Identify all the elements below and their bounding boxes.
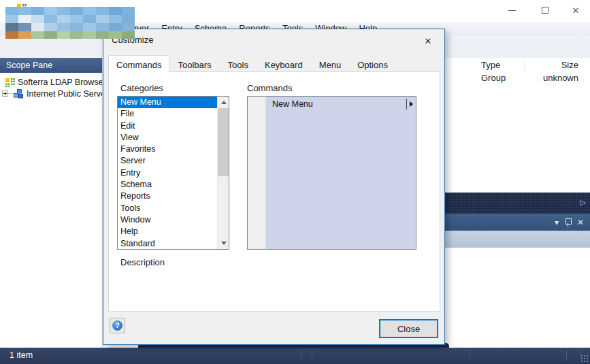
server-cubes-icon <box>14 89 24 99</box>
category-item[interactable]: Tools <box>118 203 218 214</box>
column-divider[interactable] <box>524 59 525 71</box>
tab-commands[interactable]: Commands <box>108 55 169 74</box>
scroll-up-icon[interactable] <box>218 97 229 108</box>
minimize-icon <box>508 10 516 11</box>
collapsed-toolbar-strip: ▷ <box>444 193 590 214</box>
status-separator <box>301 350 301 361</box>
category-item[interactable]: New Menu <box>118 97 218 108</box>
command-item[interactable]: New Menu <box>266 97 416 112</box>
scroll-down-icon[interactable] <box>218 237 229 249</box>
category-item[interactable]: Window <box>118 214 218 226</box>
category-item[interactable]: Server <box>118 155 218 167</box>
minimize-button[interactable] <box>500 2 523 18</box>
pin-icon[interactable] <box>565 218 571 227</box>
categories-label: Categories <box>120 83 163 93</box>
listview-header: Type Size <box>444 59 590 72</box>
help-button[interactable]: ? <box>110 318 125 333</box>
command-item-label: New Menu <box>272 99 313 109</box>
category-item[interactable]: Favorites <box>118 144 218 155</box>
table-row[interactable]: Group unknown <box>444 73 590 84</box>
category-item[interactable]: Entry <box>118 167 218 179</box>
status-separator <box>566 350 567 361</box>
scrollbar-thumb[interactable] <box>218 108 229 176</box>
panel-header: ▾ ✕ <box>444 214 590 231</box>
categories-listbox: New Menu File Edit View Favorites Server… <box>117 96 229 250</box>
panel-content <box>444 248 590 348</box>
resize-grip[interactable] <box>580 354 589 363</box>
column-type[interactable]: Type <box>481 60 500 70</box>
scope-pane: Scope Pane Softerra LDAP Browser Interne… <box>0 58 103 348</box>
expand-icon[interactable] <box>2 90 8 97</box>
category-item[interactable]: File <box>118 108 218 120</box>
maximize-button[interactable] <box>534 2 557 18</box>
panel-close-icon[interactable]: ✕ <box>577 218 584 227</box>
status-separator <box>470 350 470 361</box>
dialog-close-action-button[interactable]: Close <box>379 319 438 338</box>
customize-dialog: Customize ✕ Commands Toolbars Tools Keyb… <box>103 29 445 345</box>
commands-list: New Menu <box>265 97 416 249</box>
commands-label: Commands <box>247 83 292 93</box>
commands-listbox: New Menu <box>247 96 416 250</box>
status-separator <box>312 350 312 361</box>
tree-item-label: Internet Public Server <box>27 89 102 99</box>
item-count: 1 item <box>10 350 33 360</box>
softerra-icon <box>5 78 15 87</box>
tree-item-server[interactable]: Internet Public Server <box>0 88 102 99</box>
cell-type: Group <box>481 73 506 83</box>
cell-size: unknown <box>543 73 578 83</box>
category-item[interactable]: View <box>118 132 218 144</box>
column-size[interactable]: Size <box>561 60 578 70</box>
close-button[interactable]: ✕ <box>564 2 587 18</box>
tree-item-root[interactable]: Softerra LDAP Browser <box>0 76 102 88</box>
category-item[interactable]: Edit <box>118 120 218 132</box>
expand-strip-icon[interactable]: ▷ <box>580 198 586 207</box>
submenu-arrow-icon[interactable] <box>406 99 415 110</box>
category-item[interactable]: Help <box>118 226 218 237</box>
statusbar: 1 item <box>0 348 590 364</box>
panel-toolbar-strip <box>444 231 590 248</box>
tree-connector <box>8 93 14 94</box>
category-item[interactable]: Standard <box>118 238 218 250</box>
maximize-icon <box>542 7 548 14</box>
scope-pane-title: Scope Pane <box>0 58 102 73</box>
help-icon: ? <box>112 320 122 331</box>
dialog-close-button[interactable]: ✕ <box>417 33 439 49</box>
commands-tab-page: Categories Commands New Menu File Edit V… <box>108 71 440 312</box>
category-item[interactable]: Reports <box>118 191 218 202</box>
description-label: Description <box>120 257 165 267</box>
watermark-image <box>5 7 135 39</box>
tree-item-label: Softerra LDAP Browser <box>18 78 102 87</box>
categories-scrollbar[interactable] <box>217 97 229 249</box>
category-item[interactable]: Schema <box>118 179 218 191</box>
panel-menu-icon[interactable]: ▾ <box>555 218 559 227</box>
scope-tree: Softerra LDAP Browser Internet Public Se… <box>0 73 102 99</box>
